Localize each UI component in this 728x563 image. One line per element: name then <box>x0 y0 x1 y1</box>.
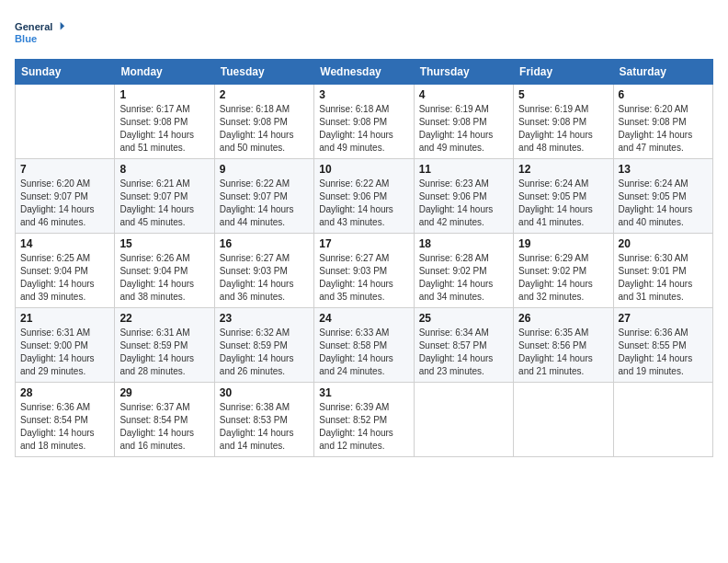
day-info: Sunrise: 6:27 AM Sunset: 9:03 PM Dayligh… <box>220 252 309 304</box>
calendar-cell: 8Sunrise: 6:21 AM Sunset: 9:07 PM Daylig… <box>115 159 214 234</box>
day-number: 2 <box>220 88 309 101</box>
calendar-cell: 7Sunrise: 6:20 AM Sunset: 9:07 PM Daylig… <box>16 159 115 234</box>
header-wednesday: Wednesday <box>314 60 414 85</box>
calendar-cell: 10Sunrise: 6:22 AM Sunset: 9:06 PM Dayli… <box>314 159 414 234</box>
day-number: 12 <box>518 163 608 176</box>
calendar-cell: 18Sunrise: 6:28 AM Sunset: 9:02 PM Dayli… <box>414 234 513 308</box>
calendar-cell: 31Sunrise: 6:39 AM Sunset: 8:52 PM Dayli… <box>314 383 414 457</box>
calendar-cell: 9Sunrise: 6:22 AM Sunset: 9:07 PM Daylig… <box>214 159 313 234</box>
calendar-cell: 23Sunrise: 6:32 AM Sunset: 8:59 PM Dayli… <box>214 308 313 383</box>
day-number: 15 <box>119 237 209 250</box>
day-info: Sunrise: 6:39 AM Sunset: 8:52 PM Dayligh… <box>319 401 408 453</box>
day-info: Sunrise: 6:35 AM Sunset: 8:56 PM Dayligh… <box>518 327 608 378</box>
calendar-cell: 16Sunrise: 6:27 AM Sunset: 9:03 PM Dayli… <box>214 234 313 308</box>
day-info: Sunrise: 6:36 AM Sunset: 8:55 PM Dayligh… <box>619 327 708 378</box>
calendar-week-1: 1Sunrise: 6:17 AM Sunset: 9:08 PM Daylig… <box>16 85 713 159</box>
day-number: 7 <box>20 163 109 176</box>
calendar-table: SundayMondayTuesdayWednesdayThursdayFrid… <box>15 59 713 457</box>
day-info: Sunrise: 6:26 AM Sunset: 9:04 PM Dayligh… <box>119 252 209 304</box>
header-friday: Friday <box>514 60 613 85</box>
calendar-cell <box>514 383 613 457</box>
day-info: Sunrise: 6:37 AM Sunset: 8:54 PM Dayligh… <box>119 401 209 453</box>
day-info: Sunrise: 6:36 AM Sunset: 8:54 PM Dayligh… <box>20 401 109 453</box>
day-number: 1 <box>119 88 209 101</box>
day-info: Sunrise: 6:19 AM Sunset: 9:08 PM Dayligh… <box>419 103 508 155</box>
calendar-week-5: 28Sunrise: 6:36 AM Sunset: 8:54 PM Dayli… <box>16 383 713 457</box>
day-info: Sunrise: 6:27 AM Sunset: 9:03 PM Dayligh… <box>319 252 408 304</box>
calendar-cell <box>613 383 712 457</box>
day-number: 22 <box>119 312 209 325</box>
calendar-cell: 19Sunrise: 6:29 AM Sunset: 9:02 PM Dayli… <box>514 234 613 308</box>
day-info: Sunrise: 6:20 AM Sunset: 9:07 PM Dayligh… <box>20 178 109 229</box>
day-number: 24 <box>319 312 408 325</box>
day-number: 10 <box>319 163 408 176</box>
calendar-cell: 1Sunrise: 6:17 AM Sunset: 9:08 PM Daylig… <box>115 85 214 159</box>
calendar-cell: 22Sunrise: 6:31 AM Sunset: 8:59 PM Dayli… <box>115 308 214 383</box>
calendar-cell: 28Sunrise: 6:36 AM Sunset: 8:54 PM Dayli… <box>16 383 115 457</box>
day-info: Sunrise: 6:20 AM Sunset: 9:08 PM Dayligh… <box>619 103 708 155</box>
calendar-cell: 4Sunrise: 6:19 AM Sunset: 9:08 PM Daylig… <box>414 85 513 159</box>
calendar-cell: 30Sunrise: 6:38 AM Sunset: 8:53 PM Dayli… <box>214 383 313 457</box>
day-number: 29 <box>119 386 209 399</box>
day-number: 26 <box>518 312 608 325</box>
calendar-cell: 15Sunrise: 6:26 AM Sunset: 9:04 PM Dayli… <box>115 234 214 308</box>
day-info: Sunrise: 6:19 AM Sunset: 9:08 PM Dayligh… <box>518 103 608 155</box>
day-info: Sunrise: 6:22 AM Sunset: 9:07 PM Dayligh… <box>220 178 309 229</box>
header: General Blue <box>15 15 713 52</box>
day-info: Sunrise: 6:18 AM Sunset: 9:08 PM Dayligh… <box>319 103 408 155</box>
calendar-cell: 21Sunrise: 6:31 AM Sunset: 9:00 PM Dayli… <box>16 308 115 383</box>
day-info: Sunrise: 6:17 AM Sunset: 9:08 PM Dayligh… <box>119 103 209 155</box>
day-number: 14 <box>20 237 109 250</box>
day-info: Sunrise: 6:23 AM Sunset: 9:06 PM Dayligh… <box>419 178 508 229</box>
day-number: 20 <box>619 237 708 250</box>
header-saturday: Saturday <box>613 60 712 85</box>
header-thursday: Thursday <box>414 60 513 85</box>
header-monday: Monday <box>115 60 214 85</box>
day-number: 8 <box>119 163 209 176</box>
day-number: 17 <box>319 237 408 250</box>
day-info: Sunrise: 6:32 AM Sunset: 8:59 PM Dayligh… <box>220 327 309 378</box>
calendar-week-4: 21Sunrise: 6:31 AM Sunset: 9:00 PM Dayli… <box>16 308 713 383</box>
calendar-cell <box>16 85 115 159</box>
day-info: Sunrise: 6:24 AM Sunset: 9:05 PM Dayligh… <box>619 178 708 229</box>
calendar-cell: 3Sunrise: 6:18 AM Sunset: 9:08 PM Daylig… <box>314 85 414 159</box>
day-info: Sunrise: 6:31 AM Sunset: 8:59 PM Dayligh… <box>119 327 209 378</box>
day-info: Sunrise: 6:29 AM Sunset: 9:02 PM Dayligh… <box>518 252 608 304</box>
day-number: 5 <box>518 88 608 101</box>
day-number: 18 <box>419 237 508 250</box>
svg-marker-3 <box>61 22 64 30</box>
logo: General Blue <box>15 15 70 52</box>
calendar-cell: 5Sunrise: 6:19 AM Sunset: 9:08 PM Daylig… <box>514 85 613 159</box>
day-number: 25 <box>419 312 508 325</box>
day-info: Sunrise: 6:25 AM Sunset: 9:04 PM Dayligh… <box>20 252 109 304</box>
day-number: 16 <box>220 237 309 250</box>
day-info: Sunrise: 6:21 AM Sunset: 9:07 PM Dayligh… <box>119 178 209 229</box>
day-number: 21 <box>20 312 109 325</box>
header-sunday: Sunday <box>16 60 115 85</box>
calendar-cell: 20Sunrise: 6:30 AM Sunset: 9:01 PM Dayli… <box>613 234 712 308</box>
day-number: 19 <box>518 237 608 250</box>
calendar-cell <box>414 383 513 457</box>
calendar-cell: 24Sunrise: 6:33 AM Sunset: 8:58 PM Dayli… <box>314 308 414 383</box>
calendar-cell: 6Sunrise: 6:20 AM Sunset: 9:08 PM Daylig… <box>613 85 712 159</box>
calendar-cell: 25Sunrise: 6:34 AM Sunset: 8:57 PM Dayli… <box>414 308 513 383</box>
day-info: Sunrise: 6:34 AM Sunset: 8:57 PM Dayligh… <box>419 327 508 378</box>
day-info: Sunrise: 6:22 AM Sunset: 9:06 PM Dayligh… <box>319 178 408 229</box>
calendar-cell: 11Sunrise: 6:23 AM Sunset: 9:06 PM Dayli… <box>414 159 513 234</box>
day-info: Sunrise: 6:31 AM Sunset: 9:00 PM Dayligh… <box>20 327 109 378</box>
calendar-cell: 26Sunrise: 6:35 AM Sunset: 8:56 PM Dayli… <box>514 308 613 383</box>
calendar-cell: 17Sunrise: 6:27 AM Sunset: 9:03 PM Dayli… <box>314 234 414 308</box>
svg-text:General: General <box>15 21 52 32</box>
day-number: 30 <box>220 386 309 399</box>
day-number: 31 <box>319 386 408 399</box>
calendar-cell: 14Sunrise: 6:25 AM Sunset: 9:04 PM Dayli… <box>16 234 115 308</box>
day-number: 23 <box>220 312 309 325</box>
day-number: 3 <box>319 88 408 101</box>
day-info: Sunrise: 6:28 AM Sunset: 9:02 PM Dayligh… <box>419 252 508 304</box>
svg-text:Blue: Blue <box>15 33 37 44</box>
calendar-header-row: SundayMondayTuesdayWednesdayThursdayFrid… <box>16 60 713 85</box>
day-info: Sunrise: 6:18 AM Sunset: 9:08 PM Dayligh… <box>220 103 309 155</box>
day-number: 28 <box>20 386 109 399</box>
calendar-cell: 27Sunrise: 6:36 AM Sunset: 8:55 PM Dayli… <box>613 308 712 383</box>
calendar-cell: 13Sunrise: 6:24 AM Sunset: 9:05 PM Dayli… <box>613 159 712 234</box>
